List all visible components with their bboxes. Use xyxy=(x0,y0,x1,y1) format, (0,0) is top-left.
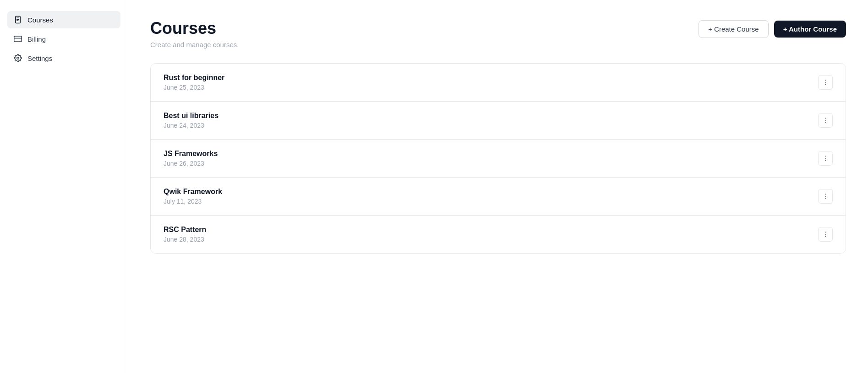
course-name: Best ui libraries xyxy=(164,112,218,120)
course-date: June 24, 2023 xyxy=(164,122,218,129)
sidebar-item-label: Billing xyxy=(27,35,46,43)
svg-point-17 xyxy=(825,196,826,197)
course-date: July 11, 2023 xyxy=(164,198,222,205)
table-row: RSC PatternJune 28, 2023 xyxy=(151,216,846,253)
svg-point-6 xyxy=(17,57,19,59)
page-subtitle: Create and manage courses. xyxy=(150,41,239,49)
svg-point-20 xyxy=(825,234,826,235)
svg-point-16 xyxy=(825,194,826,195)
sidebar-item-billing[interactable]: Billing xyxy=(7,30,120,48)
course-name: Qwik Framework xyxy=(164,188,222,196)
header-actions: + Create Course + Author Course xyxy=(699,20,846,38)
svg-point-10 xyxy=(825,118,826,119)
course-name: JS Frameworks xyxy=(164,150,218,158)
course-menu-button[interactable] xyxy=(818,75,833,90)
billing-icon xyxy=(14,35,22,43)
course-menu-button[interactable] xyxy=(818,113,833,128)
svg-point-11 xyxy=(825,120,826,121)
course-menu-button[interactable] xyxy=(818,189,833,204)
course-info: Rust for beginnerJune 25, 2023 xyxy=(164,74,224,91)
course-name: RSC Pattern xyxy=(164,226,206,234)
course-date: June 28, 2023 xyxy=(164,236,206,243)
author-course-button[interactable]: + Author Course xyxy=(774,21,846,38)
course-info: Qwik FrameworkJuly 11, 2023 xyxy=(164,188,222,205)
page-title: Courses xyxy=(150,18,239,38)
course-menu-button[interactable] xyxy=(818,151,833,166)
table-row: Qwik FrameworkJuly 11, 2023 xyxy=(151,178,846,216)
table-row: JS FrameworksJune 26, 2023 xyxy=(151,140,846,178)
course-info: Best ui librariesJune 24, 2023 xyxy=(164,112,218,129)
sidebar-item-label: Settings xyxy=(27,54,52,62)
sidebar-item-label: Courses xyxy=(27,16,53,24)
svg-point-13 xyxy=(825,156,826,157)
svg-point-9 xyxy=(825,84,826,85)
courses-icon xyxy=(14,16,22,24)
svg-point-19 xyxy=(825,232,826,233)
sidebar: CoursesBillingSettings xyxy=(0,0,128,373)
svg-point-12 xyxy=(825,122,826,123)
course-menu-button[interactable] xyxy=(818,227,833,242)
page-header: Courses Create and manage courses. + Cre… xyxy=(150,18,846,49)
sidebar-item-courses[interactable]: Courses xyxy=(7,11,120,28)
sidebar-item-settings[interactable]: Settings xyxy=(7,49,120,67)
svg-point-21 xyxy=(825,236,826,237)
table-row: Best ui librariesJune 24, 2023 xyxy=(151,102,846,140)
svg-point-18 xyxy=(825,198,826,199)
svg-rect-4 xyxy=(14,36,22,42)
course-date: June 25, 2023 xyxy=(164,84,224,91)
page-title-group: Courses Create and manage courses. xyxy=(150,18,239,49)
svg-point-8 xyxy=(825,82,826,83)
course-list: Rust for beginnerJune 25, 2023Best ui li… xyxy=(150,63,846,254)
course-name: Rust for beginner xyxy=(164,74,224,82)
create-course-button[interactable]: + Create Course xyxy=(699,20,768,38)
settings-icon xyxy=(14,54,22,62)
svg-point-15 xyxy=(825,160,826,161)
course-info: JS FrameworksJune 26, 2023 xyxy=(164,150,218,167)
main-content: Courses Create and manage courses. + Cre… xyxy=(128,0,868,373)
svg-point-7 xyxy=(825,80,826,81)
table-row: Rust for beginnerJune 25, 2023 xyxy=(151,64,846,102)
svg-point-14 xyxy=(825,158,826,159)
course-date: June 26, 2023 xyxy=(164,160,218,167)
course-info: RSC PatternJune 28, 2023 xyxy=(164,226,206,243)
